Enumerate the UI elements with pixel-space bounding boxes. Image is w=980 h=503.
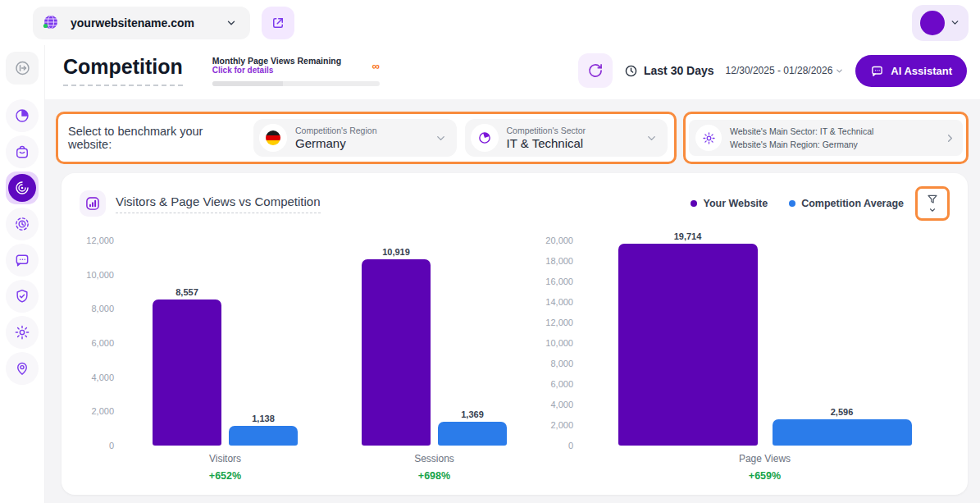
chart-title: Visitors & Page Views vs Competition <box>116 194 321 213</box>
bar-your-website-sessions[interactable] <box>362 259 431 446</box>
bar-column: 1,138 <box>229 414 298 446</box>
sector-dropdown[interactable]: Competition's Sector IT & Technical <box>465 119 668 157</box>
chevron-down-icon <box>950 17 960 28</box>
sidebar-item-shield[interactable] <box>6 280 39 313</box>
germany-flag-icon <box>259 124 287 152</box>
sidebar-item-chat[interactable] <box>6 244 39 277</box>
website-settings-link[interactable]: Website's Main Sector: IT & Technical We… <box>689 120 963 157</box>
sidebar-item-location[interactable] <box>6 352 39 385</box>
chevron-right-icon <box>944 132 956 144</box>
y-axis-tick: 18,000 <box>545 256 573 266</box>
clock-icon <box>624 64 638 78</box>
pageviews-widget-title: Monthly Page Views Remaining <box>212 56 341 66</box>
plot-area: 19,7142,596Page Views+659% <box>580 240 950 482</box>
y-axis-tick: 10,000 <box>545 338 573 348</box>
region-dropdown[interactable]: Competition's Region Germany <box>253 119 457 157</box>
legend-label: Your Website <box>703 198 768 209</box>
category-label-page-views: Page Views <box>739 453 791 464</box>
user-menu[interactable] <box>912 5 969 41</box>
sector-dropdown-label: Competition's Sector <box>507 126 586 135</box>
sector-dropdown-value: IT & Technical <box>507 136 586 150</box>
chat-bubble-icon <box>870 64 884 78</box>
sidebar-nav <box>0 45 45 503</box>
top-bar: yourwebsitename.com <box>0 0 980 45</box>
chart-filter-button[interactable] <box>915 186 950 221</box>
website-selector[interactable]: yourwebsitename.com <box>33 7 250 39</box>
region-dropdown-label: Competition's Region <box>295 126 376 135</box>
y-axis-tick: 6,000 <box>91 338 114 348</box>
bar-competition-average-sessions[interactable] <box>438 422 507 446</box>
open-website-button[interactable] <box>262 7 294 39</box>
website-main-region: Website's Main Region: Germany <box>730 138 873 151</box>
page-header: Competition Monthly Page Views Remaining… <box>45 45 980 99</box>
pageviews-progress-fill <box>212 81 283 86</box>
bar-competition-average-page-views[interactable] <box>773 419 912 446</box>
region-dropdown-value: Germany <box>295 136 376 150</box>
chevron-down-icon <box>835 66 844 75</box>
y-axis-tick: 16,000 <box>545 277 573 286</box>
y-axis-tick: 6,000 <box>550 379 573 389</box>
funnel-filter-icon <box>926 193 939 206</box>
grouped-bar-chart: 12,00010,0008,0006,0004,0002,00008,5571,… <box>80 240 950 482</box>
location-pin-icon <box>14 360 30 377</box>
bar-value-label: 1,369 <box>461 409 484 419</box>
y-axis: 12,00010,0008,0006,0004,0002,0000 <box>80 240 121 446</box>
sidebar-item-settings[interactable] <box>6 316 39 349</box>
pageviews-progress-bar <box>212 81 380 86</box>
bar-your-website-visitors[interactable] <box>153 300 221 446</box>
sidebar-item-competition[interactable] <box>6 171 39 204</box>
legend-item-your-website[interactable]: Your Website <box>691 198 768 209</box>
y-axis-tick: 14,000 <box>545 297 573 307</box>
bar-column: 1,369 <box>438 409 507 446</box>
period-selector[interactable]: Last 30 Days <box>624 64 714 78</box>
sidebar-item-bag[interactable] <box>6 135 39 168</box>
y-axis-tick: 8,000 <box>91 304 114 313</box>
pageviews-remaining-widget: Monthly Page Views Remaining Click for d… <box>212 56 380 86</box>
y-axis-tick: 8,000 <box>550 359 573 368</box>
delta-label-sessions: +698% <box>418 470 450 482</box>
date-range-selector[interactable]: 12/30/2025 - 01/28/2026 <box>726 65 845 76</box>
bar-column: 10,919 <box>362 247 431 446</box>
sidebar-expand-icon <box>13 59 31 77</box>
bars-row: 10,9191,369 <box>362 240 507 446</box>
y-axis-tick: 0 <box>568 441 573 450</box>
competition-chart-card: Visitors & Page Views vs Competition You… <box>62 173 968 495</box>
target-icon <box>14 216 30 232</box>
bar-competition-average-visitors[interactable] <box>229 426 298 446</box>
benchmark-selectors: Select to benchmark your website: Compet… <box>56 112 677 164</box>
bar-group-visitors: 8,5571,138Visitors+652% <box>153 240 298 482</box>
sidebar-expand-button[interactable] <box>6 52 39 85</box>
bar-value-label: 8,557 <box>175 287 198 297</box>
chat-icon <box>14 252 30 268</box>
chevron-down-icon <box>435 132 447 144</box>
gear-icon <box>14 324 30 341</box>
ai-assistant-label: AI Assistant <box>891 65 952 77</box>
y-axis: 20,00018,00016,00014,00012,00010,0008,00… <box>539 240 580 446</box>
category-label-sessions: Sessions <box>414 453 454 464</box>
bar-your-website-page-views[interactable] <box>618 244 758 446</box>
ai-assistant-button[interactable]: AI Assistant <box>855 55 967 87</box>
y-axis-tick: 4,000 <box>550 400 573 409</box>
chevron-down-icon <box>226 17 237 29</box>
category-label-visitors: Visitors <box>209 453 241 464</box>
bar-column: 19,714 <box>618 231 758 446</box>
bar-value-label: 1,138 <box>252 414 275 423</box>
bars-row: 19,7142,596 <box>618 240 912 446</box>
website-main-sector: Website's Main Sector: IT & Technical <box>730 125 873 138</box>
y-axis-tick: 0 <box>109 441 114 450</box>
sidebar-item-pie-chart[interactable] <box>6 99 39 132</box>
bar-column: 2,596 <box>773 407 912 446</box>
legend-item-competition-average[interactable]: Competition Average <box>789 198 904 209</box>
click-for-details-link[interactable]: Click for details <box>212 66 341 75</box>
infinity-icon: ∞ <box>372 61 380 71</box>
y-axis-tick: 12,000 <box>86 235 114 245</box>
date-range-text: 12/30/2025 - 01/28/2026 <box>726 65 833 76</box>
sidebar-item-target[interactable] <box>6 208 39 240</box>
refresh-button[interactable] <box>578 53 613 88</box>
chart-legend: Your Website Competition Average <box>691 198 904 209</box>
bars-row: 8,5571,138 <box>153 240 298 446</box>
y-axis-tick: 4,000 <box>91 373 114 382</box>
period-label: Last 30 Days <box>644 64 714 77</box>
chart-panel: 20,00018,00016,00014,00012,00010,0008,00… <box>539 240 950 482</box>
benchmark-row: Select to benchmark your website: Compet… <box>45 99 980 164</box>
